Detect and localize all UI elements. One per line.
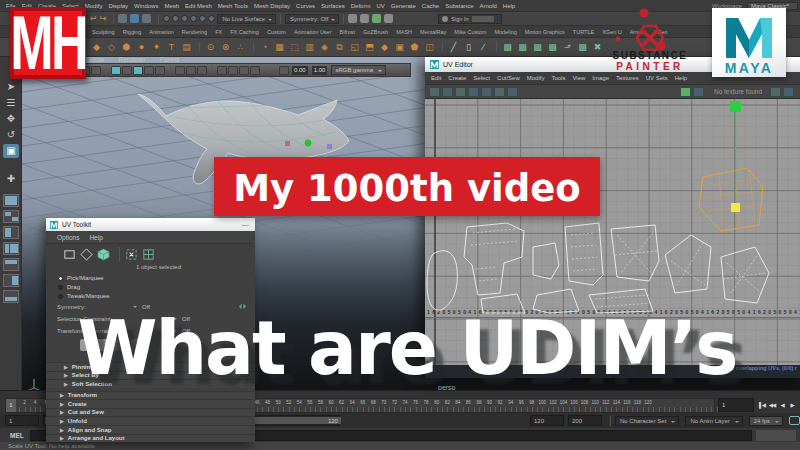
ipr-render-icon[interactable] bbox=[360, 14, 369, 23]
uv-grid-small-icon[interactable] bbox=[142, 248, 155, 261]
shelf-icon[interactable]: ⬢ bbox=[120, 41, 133, 54]
shelf-tab[interactable]: MASH bbox=[392, 27, 416, 37]
shelf-tab[interactable]: GoZBrush bbox=[359, 27, 392, 37]
step-back-frame-button[interactable]: ◀ bbox=[777, 398, 787, 412]
shelf-icon[interactable]: ● bbox=[135, 41, 148, 54]
animation-start-field[interactable]: 1 bbox=[5, 415, 39, 426]
menu-item[interactable]: Surfaces bbox=[321, 3, 345, 9]
viewport-toolbar-icon[interactable] bbox=[144, 66, 154, 75]
render-settings-icon[interactable] bbox=[372, 14, 381, 23]
menu-item[interactable]: Help bbox=[503, 3, 515, 9]
menu-item[interactable]: Mesh Tools bbox=[218, 3, 248, 9]
toolkit-section-create[interactable]: ▶Create bbox=[46, 399, 255, 408]
uv-layout-icon[interactable] bbox=[455, 87, 466, 97]
shelf-tab[interactable]: MentalRay bbox=[416, 27, 450, 37]
menu-item[interactable]: Generate bbox=[391, 3, 416, 9]
menu-item[interactable]: Deform bbox=[351, 3, 371, 9]
menu-item[interactable]: Substance bbox=[445, 3, 473, 9]
uv-square-icon[interactable] bbox=[63, 248, 76, 261]
menu-item[interactable]: Cache bbox=[422, 3, 439, 9]
selection-mode-icon[interactable] bbox=[130, 14, 139, 23]
menu-item[interactable]: Edit Mesh bbox=[185, 3, 212, 9]
shelf-tab[interactable]: TURTLE bbox=[569, 27, 598, 37]
layout-four-pane-button[interactable] bbox=[3, 210, 19, 223]
radio-pick-marquee[interactable]: Pick/Marquee bbox=[58, 275, 104, 281]
animation-end-field[interactable]: 200 bbox=[568, 415, 602, 426]
command-language-toggle[interactable]: MEL bbox=[10, 432, 24, 439]
uv-toolkit-title-bar[interactable]: UV Toolkit — bbox=[46, 218, 255, 231]
shelf-icon[interactable]: ▩ bbox=[501, 41, 514, 54]
layout-split-button[interactable] bbox=[3, 226, 19, 239]
uv-editor-menu-item[interactable]: UV Sets bbox=[646, 75, 668, 81]
shelf-icon[interactable]: ◱ bbox=[348, 41, 361, 54]
uv-texture-icon[interactable] bbox=[507, 87, 518, 97]
uv-snapshot-icon[interactable] bbox=[468, 87, 479, 97]
shelf-tab[interactable]: Animation bbox=[145, 27, 177, 37]
menu-item[interactable]: Curves bbox=[296, 3, 315, 9]
shelf-icon[interactable]: ⬚ bbox=[288, 41, 301, 54]
axis-tool[interactable]: ✚ bbox=[3, 172, 19, 186]
gear-icon[interactable] bbox=[279, 66, 289, 75]
shelf-icon[interactable]: ⧉ bbox=[333, 41, 346, 54]
viewport-toolbar-icon[interactable] bbox=[228, 66, 238, 75]
viewport-shading-icon[interactable] bbox=[111, 66, 121, 75]
viewport-toolbar-icon[interactable] bbox=[250, 66, 260, 75]
shelf-icon[interactable]: ▩ bbox=[576, 41, 589, 54]
shelf-tab[interactable]: FX bbox=[211, 27, 226, 37]
shelf-icon[interactable]: ◆ bbox=[90, 41, 103, 54]
uv-editor-menu-item[interactable]: View bbox=[572, 75, 585, 81]
shelf-icon[interactable]: ∴ bbox=[234, 41, 247, 54]
shelf-tab[interactable]: Rigging bbox=[119, 27, 146, 37]
scale-tool[interactable]: ▣ bbox=[3, 144, 19, 158]
menu-item[interactable]: Mesh Display bbox=[254, 3, 290, 9]
toolkit-section-transform[interactable]: ▶Transform bbox=[46, 391, 255, 400]
shelf-tab[interactable]: Mike Custom bbox=[450, 27, 490, 37]
shelf-icon[interactable]: ◈ bbox=[318, 41, 331, 54]
shelf-tab[interactable]: Custom bbox=[263, 27, 290, 37]
auto-keyframe-icon[interactable] bbox=[789, 416, 800, 425]
undo-icon[interactable]: ↩ bbox=[90, 14, 97, 23]
uv-display-icon[interactable] bbox=[494, 87, 505, 97]
menu-item[interactable]: UV bbox=[376, 3, 384, 9]
anim-layer-dropdown[interactable]: No Anim Layer bbox=[685, 416, 742, 426]
menu-item[interactable]: Mesh bbox=[164, 3, 179, 9]
menu-item[interactable]: Windows bbox=[134, 3, 158, 9]
shelf-icon[interactable]: ⬒ bbox=[363, 41, 376, 54]
shelf-icon[interactable]: ⊗ bbox=[219, 41, 232, 54]
shelf-icon[interactable]: ╱ bbox=[447, 41, 460, 54]
layout-custom-button[interactable] bbox=[3, 290, 19, 303]
snap-curve-icon[interactable] bbox=[172, 15, 179, 22]
uv-editor-menu-item[interactable]: Create bbox=[448, 75, 466, 81]
toolkit-section-align-and-snap[interactable]: ▶Align and Snap bbox=[46, 425, 255, 434]
shelf-icon[interactable]: ▥ bbox=[303, 41, 316, 54]
uv-editor-menu-item[interactable]: Edit bbox=[431, 75, 441, 81]
uv-grid-icon[interactable] bbox=[429, 87, 440, 97]
viewport-toolbar-icon[interactable] bbox=[186, 66, 196, 75]
live-surface-dropdown[interactable]: No Live Surface bbox=[217, 14, 276, 24]
uv-select-shell-icon[interactable] bbox=[125, 248, 138, 261]
toolkit-section-cut-and-sew[interactable]: ▶Cut and Sew bbox=[46, 408, 255, 417]
snap-grid-icon[interactable] bbox=[163, 15, 170, 22]
shelf-icon[interactable]: ⬟ bbox=[408, 41, 421, 54]
shelf-icon[interactable]: ⊙ bbox=[204, 41, 217, 54]
viewport-toolbar-icon[interactable] bbox=[91, 66, 101, 75]
viewport-toolbar-icon[interactable] bbox=[217, 66, 227, 75]
menu-item[interactable]: Arnold bbox=[480, 3, 497, 9]
texture-dropdown[interactable]: No texture found bbox=[714, 88, 762, 95]
shelf-icon[interactable]: ∕ bbox=[477, 41, 490, 54]
radio-tweak-marquee[interactable]: Tweak/Marquee bbox=[58, 293, 110, 299]
uv-toolkit-menu-item[interactable]: Help bbox=[89, 234, 102, 241]
radio-drag[interactable]: Drag bbox=[58, 284, 80, 290]
uv-refresh-icon[interactable] bbox=[770, 87, 781, 97]
uv-isolate-icon[interactable] bbox=[481, 87, 492, 97]
viewport-toolbar-icon[interactable] bbox=[197, 66, 207, 75]
shelf-icon[interactable]: ▩ bbox=[546, 41, 559, 54]
play-backwards-button[interactable]: ▶ bbox=[787, 398, 797, 412]
render-icon[interactable] bbox=[348, 14, 357, 23]
shelf-icon[interactable]: ▦ bbox=[273, 41, 286, 54]
symmetry-dropdown[interactable]: Symmetry: Off bbox=[285, 14, 339, 24]
step-back-key-button[interactable]: ◀◀ bbox=[767, 398, 777, 412]
uv-toolkit-menu-item[interactable]: Options bbox=[57, 234, 79, 241]
shelf-icon[interactable]: ◔ bbox=[258, 41, 271, 54]
rotate-tool[interactable]: ↺ bbox=[3, 128, 19, 142]
